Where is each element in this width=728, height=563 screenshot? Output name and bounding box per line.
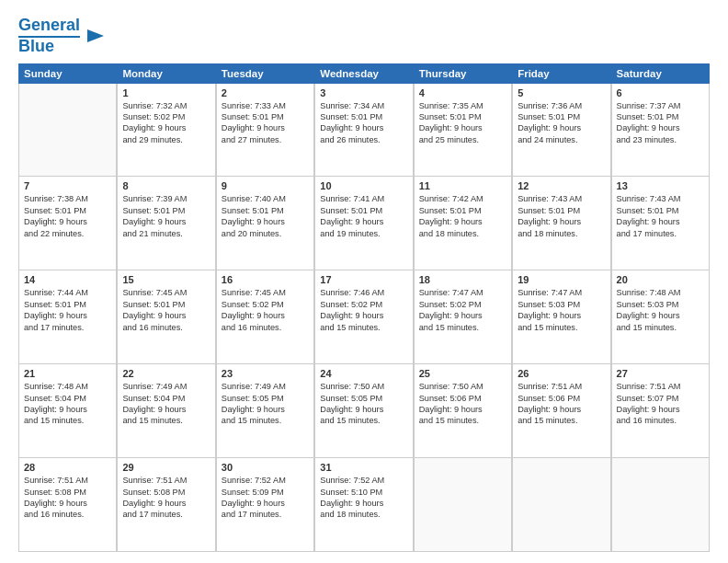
cell-info-line: Sunset: 5:01 PM [518, 111, 605, 122]
calendar-header-monday: Monday [117, 63, 215, 84]
cell-info-line: Daylight: 9 hours [222, 216, 309, 227]
cell-info-line: Daylight: 9 hours [320, 498, 407, 509]
cell-info-line: Sunrise: 7:47 AM [518, 287, 605, 298]
day-number: 19 [518, 274, 605, 285]
day-number: 31 [320, 462, 407, 473]
day-number: 8 [122, 180, 210, 191]
cell-info-line: Sunset: 5:01 PM [419, 205, 506, 216]
day-number: 30 [222, 462, 309, 473]
calendar-cell-empty-0-0 [18, 84, 117, 177]
calendar-day-31: 31Sunrise: 7:52 AMSunset: 5:10 PMDayligh… [314, 458, 413, 551]
cell-info-line: Sunrise: 7:39 AM [122, 193, 210, 204]
cell-info-line: Daylight: 9 hours [617, 216, 704, 227]
day-number: 10 [320, 180, 407, 191]
calendar-day-15: 15Sunrise: 7:45 AMSunset: 5:01 PMDayligh… [117, 270, 215, 363]
cell-info-line: Sunset: 5:01 PM [320, 111, 407, 122]
cell-info-line: Sunset: 5:01 PM [122, 205, 210, 216]
day-number: 22 [122, 368, 210, 379]
cell-info-line: Daylight: 9 hours [24, 404, 111, 415]
calendar-day-25: 25Sunrise: 7:50 AMSunset: 5:06 PMDayligh… [414, 364, 512, 457]
calendar-day-19: 19Sunrise: 7:47 AMSunset: 5:03 PMDayligh… [512, 270, 610, 363]
cell-info-line: Sunset: 5:01 PM [222, 205, 309, 216]
cell-info-line: Sunrise: 7:32 AM [122, 100, 210, 111]
calendar-day-3: 3Sunrise: 7:34 AMSunset: 5:01 PMDaylight… [314, 84, 413, 177]
cell-info-line: Sunset: 5:02 PM [122, 111, 210, 122]
cell-info-line: Daylight: 9 hours [122, 310, 210, 321]
cell-info-line: and 15 minutes. [122, 415, 210, 426]
cell-info-line: Sunrise: 7:52 AM [222, 475, 309, 486]
cell-info-line: Sunset: 5:01 PM [24, 205, 111, 216]
cell-info-line: Daylight: 9 hours [122, 122, 210, 133]
cell-info-line: Sunrise: 7:38 AM [24, 193, 111, 204]
cell-info-line: Sunrise: 7:46 AM [320, 287, 407, 298]
day-number: 18 [419, 274, 506, 285]
svg-marker-0 [87, 29, 104, 42]
cell-info-line: Sunrise: 7:48 AM [617, 287, 704, 298]
cell-info-line: Sunset: 5:02 PM [320, 299, 407, 310]
cell-info-line: Sunset: 5:01 PM [122, 299, 210, 310]
cell-info-line: and 16 minutes. [24, 509, 111, 520]
day-number: 23 [222, 368, 309, 379]
cell-info-line: and 22 minutes. [24, 228, 111, 239]
cell-info-line: Daylight: 9 hours [222, 404, 309, 415]
cell-info-line: Sunrise: 7:36 AM [518, 100, 605, 111]
cell-info-line: and 16 minutes. [617, 415, 704, 426]
cell-info-line: Sunrise: 7:37 AM [617, 100, 704, 111]
cell-info-line: Sunrise: 7:45 AM [222, 287, 309, 298]
calendar-day-9: 9Sunrise: 7:40 AMSunset: 5:01 PMDaylight… [216, 177, 314, 270]
cell-info-line: Daylight: 9 hours [24, 310, 111, 321]
cell-info-line: and 25 minutes. [419, 134, 506, 145]
day-number: 11 [419, 180, 506, 191]
cell-info-line: and 18 minutes. [518, 228, 605, 239]
cell-info-line: Sunrise: 7:51 AM [617, 381, 704, 392]
cell-info-line: Sunset: 5:04 PM [122, 393, 210, 404]
cell-info-line: and 18 minutes. [419, 228, 506, 239]
cell-info-line: Daylight: 9 hours [222, 122, 309, 133]
cell-info-line: and 21 minutes. [122, 228, 210, 239]
calendar-day-5: 5Sunrise: 7:36 AMSunset: 5:01 PMDaylight… [512, 84, 610, 177]
cell-info-line: Sunrise: 7:42 AM [419, 193, 506, 204]
cell-info-line: Sunset: 5:08 PM [122, 487, 210, 498]
cell-info-line: Sunset: 5:01 PM [617, 205, 704, 216]
cell-info-line: and 15 minutes. [320, 322, 407, 333]
cell-info-line: Daylight: 9 hours [320, 216, 407, 227]
day-number: 3 [320, 87, 407, 98]
cell-info-line: Sunset: 5:04 PM [24, 393, 111, 404]
calendar-day-10: 10Sunrise: 7:41 AMSunset: 5:01 PMDayligh… [314, 177, 413, 270]
day-number: 6 [617, 87, 704, 98]
cell-info-line: Sunrise: 7:48 AM [24, 381, 111, 392]
cell-info-line: and 29 minutes. [122, 134, 210, 145]
logo-text-line1: General [18, 17, 80, 35]
cell-info-line: Daylight: 9 hours [419, 122, 506, 133]
cell-info-line: Sunset: 5:06 PM [518, 393, 605, 404]
calendar-cell-empty-4-5 [512, 458, 610, 551]
cell-info-line: Daylight: 9 hours [518, 122, 605, 133]
cell-info-line: Sunrise: 7:41 AM [320, 193, 407, 204]
cell-info-line: Sunset: 5:08 PM [24, 487, 111, 498]
day-number: 28 [24, 462, 111, 473]
day-number: 7 [24, 180, 111, 191]
day-number: 25 [419, 368, 506, 379]
cell-info-line: Daylight: 9 hours [518, 310, 605, 321]
calendar-day-4: 4Sunrise: 7:35 AMSunset: 5:01 PMDaylight… [414, 84, 512, 177]
cell-info-line: Daylight: 9 hours [617, 122, 704, 133]
cell-info-line: and 15 minutes. [320, 415, 407, 426]
calendar-day-17: 17Sunrise: 7:46 AMSunset: 5:02 PMDayligh… [314, 270, 413, 363]
day-number: 17 [320, 274, 407, 285]
cell-info-line: Sunset: 5:05 PM [222, 393, 309, 404]
cell-info-line: Daylight: 9 hours [320, 310, 407, 321]
cell-info-line: Sunset: 5:02 PM [419, 299, 506, 310]
cell-info-line: and 23 minutes. [617, 134, 704, 145]
cell-info-line: Sunrise: 7:51 AM [518, 381, 605, 392]
day-number: 5 [518, 87, 605, 98]
cell-info-line: and 15 minutes. [419, 415, 506, 426]
cell-info-line: Daylight: 9 hours [222, 498, 309, 509]
cell-info-line: Sunrise: 7:49 AM [222, 381, 309, 392]
calendar-cell-empty-4-4 [414, 458, 512, 551]
calendar-header-tuesday: Tuesday [216, 63, 314, 84]
cell-info-line: Daylight: 9 hours [122, 498, 210, 509]
calendar-day-7: 7Sunrise: 7:38 AMSunset: 5:01 PMDaylight… [18, 177, 117, 270]
day-number: 2 [222, 87, 309, 98]
cell-info-line: Sunset: 5:01 PM [518, 205, 605, 216]
logo-text-line2: Blue [18, 38, 80, 56]
